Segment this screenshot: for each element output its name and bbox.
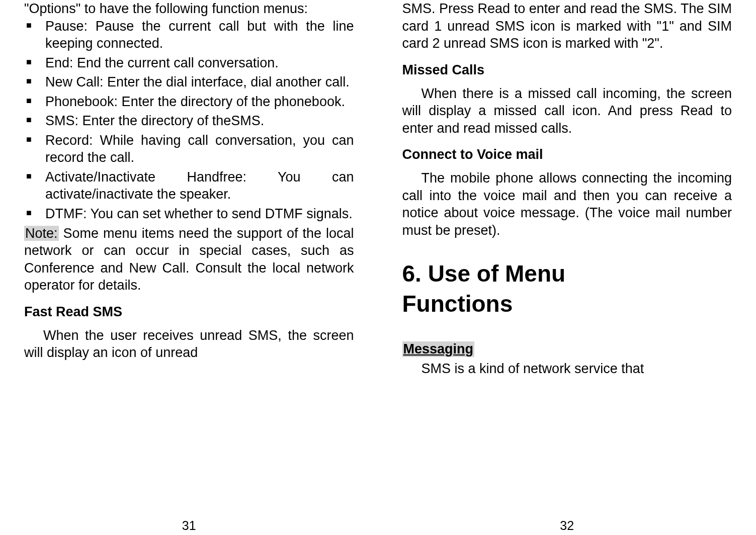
right-page: SMS. Press Read to enter and read the SM… bbox=[378, 0, 757, 535]
sms-continuation: SMS. Press Read to enter and read the SM… bbox=[402, 0, 732, 52]
chapter-heading-line1: 6. Use of Menu bbox=[402, 259, 732, 289]
right-page-body: SMS. Press Read to enter and read the SM… bbox=[402, 0, 732, 514]
left-page: "Options" to have the following function… bbox=[0, 0, 378, 535]
voicemail-body: The mobile phone allows connecting the i… bbox=[402, 169, 732, 239]
bullet-sms: SMS: Enter the directory of theSMS. bbox=[45, 112, 354, 130]
voicemail-heading: Connect to Voice mail bbox=[402, 147, 732, 162]
bullet-end: End: End the current call conversation. bbox=[45, 54, 354, 72]
page-spread: "Options" to have the following function… bbox=[0, 0, 756, 535]
note-label: Note: bbox=[24, 226, 59, 241]
bullet-new-call: New Call: Enter the dial interface, dial… bbox=[45, 73, 354, 91]
options-intro: "Options" to have the following function… bbox=[24, 0, 354, 18]
left-page-number: 31 bbox=[24, 514, 354, 535]
messaging-body: SMS is a kind of network service that bbox=[402, 360, 732, 378]
messaging-heading: Messaging bbox=[402, 341, 475, 357]
missed-calls-body: When there is a missed call incoming, th… bbox=[402, 85, 732, 137]
bullet-dtmf: DTMF: You can set whether to send DTMF s… bbox=[45, 205, 354, 223]
chapter-heading-line2: Functions bbox=[402, 289, 732, 319]
missed-calls-heading: Missed Calls bbox=[402, 62, 732, 78]
note-paragraph: Note: Some menu items need the support o… bbox=[24, 225, 354, 294]
bullet-pause: Pause: Pause the current call but with t… bbox=[45, 18, 354, 52]
fast-read-heading: Fast Read SMS bbox=[24, 304, 354, 320]
options-bullets: Pause: Pause the current call but with t… bbox=[24, 18, 354, 223]
bullet-phonebook: Phonebook: Enter the directory of the ph… bbox=[45, 93, 354, 111]
note-body: Some menu items need the support of the … bbox=[24, 226, 354, 293]
chapter-heading: 6. Use of Menu Functions bbox=[402, 259, 732, 319]
right-page-number: 32 bbox=[402, 514, 732, 535]
fast-read-body: When the user receives unread SMS, the s… bbox=[24, 327, 354, 362]
bullet-record: Record: While having call conversation, … bbox=[45, 132, 354, 166]
bullet-handfree: Activate/Inactivate Handfree: You can ac… bbox=[45, 168, 354, 203]
left-page-body: "Options" to have the following function… bbox=[24, 0, 354, 514]
